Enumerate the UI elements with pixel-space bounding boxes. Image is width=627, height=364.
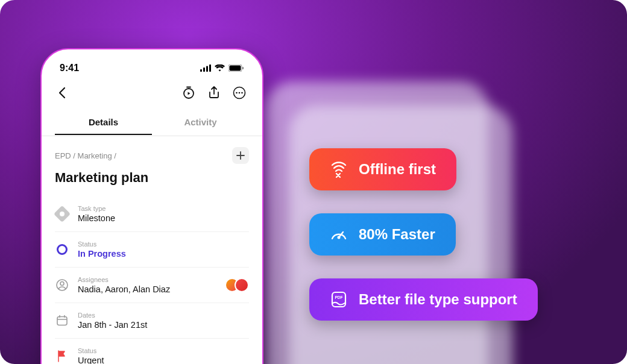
share-icon[interactable]	[207, 86, 221, 100]
svg-rect-14	[57, 317, 67, 325]
promo-canvas: 9:41	[0, 0, 627, 364]
timer-icon[interactable]	[181, 86, 196, 100]
flag-icon	[55, 349, 69, 363]
status-circle-icon	[55, 242, 69, 257]
field-task-type[interactable]: Task type Milestone	[55, 196, 249, 232]
tab-activity[interactable]: Activity	[152, 110, 249, 136]
svg-point-11	[241, 92, 243, 94]
page-title: Marketing plan	[55, 170, 249, 186]
dates-value: Jan 8th - Jan 21st	[78, 320, 249, 330]
cellular-icon	[200, 64, 211, 72]
calendar-icon	[55, 313, 69, 328]
assignees-value: Nadia, Aaron, Alan Diaz	[78, 284, 216, 294]
svg-rect-6	[242, 67, 244, 69]
milestone-icon	[55, 207, 69, 221]
avatar	[235, 278, 249, 292]
content: EPD / Marketing / Marketing plan Task ty…	[42, 136, 262, 364]
status-icons	[200, 64, 244, 72]
task-type-value: Milestone	[78, 213, 249, 223]
breadcrumb[interactable]: EPD / Marketing /	[55, 151, 116, 160]
field-assignees[interactable]: Assignees Nadia, Aaron, Alan Diaz	[55, 268, 249, 303]
svg-rect-2	[206, 66, 208, 72]
back-button[interactable]	[55, 86, 69, 100]
svg-text:PDF: PDF	[335, 295, 343, 300]
status-value: In Progress	[78, 249, 249, 259]
offline-icon	[330, 160, 348, 178]
tab-details[interactable]: Details	[55, 110, 152, 136]
priority-value: Urgent	[78, 356, 249, 364]
field-dates[interactable]: Dates Jan 8th - Jan 21st	[55, 303, 249, 339]
status-label: Status	[78, 240, 249, 248]
battery-icon	[228, 64, 244, 72]
svg-rect-3	[209, 64, 211, 72]
svg-rect-0	[200, 69, 202, 72]
badge-filetype: PDF Better file type support	[309, 278, 538, 321]
speedometer-icon	[330, 225, 348, 243]
svg-point-10	[239, 92, 241, 94]
task-type-label: Task type	[78, 205, 249, 212]
person-icon	[55, 278, 69, 292]
svg-rect-1	[203, 67, 205, 72]
header-actions	[181, 86, 247, 100]
dates-label: Dates	[78, 312, 249, 319]
field-priority[interactable]: Status Urgent	[55, 339, 249, 364]
status-time: 9:41	[60, 63, 79, 74]
phone-frame: 9:41	[40, 48, 263, 364]
svg-point-13	[60, 282, 64, 286]
more-icon[interactable]	[232, 86, 247, 100]
wifi-icon	[215, 64, 225, 72]
pdf-icon: PDF	[330, 290, 348, 309]
assignees-label: Assignees	[78, 276, 216, 283]
field-status[interactable]: Status In Progress	[55, 232, 249, 268]
badge-faster: 80% Faster	[309, 213, 456, 256]
breadcrumb-row: EPD / Marketing /	[55, 147, 249, 164]
assignee-avatars	[225, 278, 249, 292]
badge-offline: Offline first	[309, 148, 456, 190]
svg-point-9	[236, 92, 238, 94]
badge-filetype-text: Better file type support	[359, 291, 517, 308]
priority-label: Status	[78, 347, 249, 354]
badge-offline-text: Offline first	[359, 161, 436, 178]
notch	[110, 60, 170, 76]
add-button[interactable]	[232, 147, 249, 164]
status-bar: 9:41	[42, 55, 262, 78]
badge-faster-text: 80% Faster	[359, 226, 435, 243]
svg-rect-5	[230, 66, 241, 71]
tabs: Details Activity	[42, 110, 262, 136]
header	[42, 78, 262, 105]
